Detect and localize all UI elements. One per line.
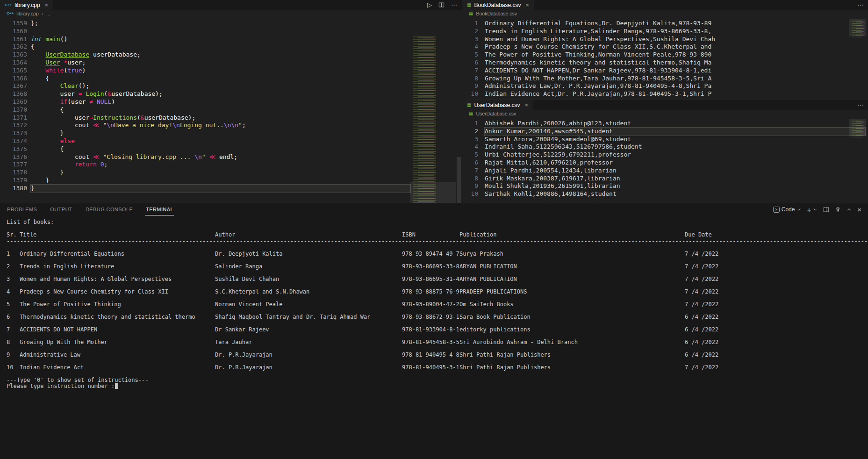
line-number[interactable]: 1366: [0, 75, 31, 83]
line-number[interactable]: 1361: [0, 36, 31, 43]
line-number[interactable]: 9: [462, 82, 478, 90]
line-number[interactable]: 6: [462, 59, 478, 67]
line-number[interactable]: 1: [462, 20, 478, 28]
csv-line[interactable]: 4Indranil Saha,5122596343,5126797586,stu…: [462, 143, 865, 151]
line-number[interactable]: 5: [462, 151, 478, 159]
kill-terminal-icon[interactable]: [835, 207, 841, 213]
code-line[interactable]: 1367 Clear();: [0, 82, 410, 90]
maximize-panel-icon[interactable]: [846, 207, 852, 212]
code-line[interactable]: 1378 }: [0, 169, 410, 177]
code-line[interactable]: 1369 if(user ≠ NULL): [0, 98, 410, 106]
code-line[interactable]: 1368 user = Login(&userDatabase);: [0, 90, 410, 98]
code-line[interactable]: 1361int main(): [0, 36, 410, 43]
line-number[interactable]: 6: [462, 159, 478, 167]
breadcrumb-file[interactable]: BookDatabase.csv: [476, 11, 517, 16]
minimap-slider[interactable]: [849, 19, 866, 36]
line-number[interactable]: 1363: [0, 51, 31, 59]
code-line[interactable]: 1375 {: [0, 145, 410, 153]
code-editor[interactable]: 1Ordinary Differential Equations,Dr. Dee…: [462, 17, 868, 100]
run-button[interactable]: ▷: [427, 2, 432, 8]
breadcrumb[interactable]: C++ library.cpp › …: [0, 10, 462, 17]
minimap[interactable]: [849, 18, 866, 79]
tab-userdatabase-csv[interactable]: ▦ UserDatabase.csv ×: [462, 100, 533, 110]
line-number[interactable]: 5: [462, 51, 478, 59]
line-number[interactable]: 3: [462, 136, 478, 143]
code-line[interactable]: 1377 return 0;: [0, 161, 410, 169]
code-line[interactable]: 1370 {: [0, 106, 410, 114]
breadcrumb-file[interactable]: library.cpp: [16, 11, 39, 16]
csv-line[interactable]: 5The Power of Positive Thinking,Norman V…: [462, 51, 865, 59]
line-number[interactable]: 1377: [0, 161, 31, 169]
panel-tab-output[interactable]: OUTPUT: [50, 203, 73, 215]
csv-line[interactable]: 1Abhishek Pardhi,200026,abhip@123,studen…: [462, 120, 865, 128]
panel-tab-problems[interactable]: PROBLEMS: [7, 203, 37, 215]
csv-line[interactable]: 4Pradeep s New Course Chemistry for Clas…: [462, 43, 865, 51]
code-editor[interactable]: 1359};13601361int main()1362{1363 UserDa…: [0, 17, 462, 203]
more-actions-icon[interactable]: ⋯: [857, 2, 863, 8]
new-terminal-button[interactable]: +: [807, 206, 818, 214]
line-number[interactable]: 8: [462, 175, 478, 183]
line-number[interactable]: 1370: [0, 106, 31, 114]
csv-line[interactable]: 6Thermodynamics kinetic theory and stati…: [462, 59, 865, 67]
csv-line[interactable]: 3Samarth Arora,200849,samadeol@69,studen…: [462, 136, 865, 143]
close-tab-icon[interactable]: ×: [525, 102, 529, 108]
breadcrumb[interactable]: ▦ BookDatabase.csv: [462, 10, 868, 17]
line-number[interactable]: 1369: [0, 98, 31, 106]
minimap[interactable]: [410, 34, 456, 203]
line-number[interactable]: 1375: [0, 145, 31, 153]
code-line[interactable]: 1363 UserDatabase userDatabase;: [0, 51, 410, 59]
line-number[interactable]: 10: [462, 190, 478, 198]
line-number[interactable]: 1362: [0, 43, 31, 51]
line-number[interactable]: 1359: [0, 20, 31, 28]
line-number[interactable]: 8: [462, 75, 478, 83]
csv-line[interactable]: 7Anjali Pardhi,200554,12434,librarian: [462, 167, 865, 175]
csv-line[interactable]: 8Growing Up With The Mother,Tara Jauhar,…: [462, 75, 865, 83]
minimap-slider[interactable]: [410, 182, 456, 203]
line-number[interactable]: 10: [462, 90, 478, 98]
code-line[interactable]: 1362{: [0, 43, 410, 51]
csv-line[interactable]: 7ACCIDENTS DO NOT HAPPEN,Dr Sankar Rajee…: [462, 67, 865, 75]
line-number[interactable]: 1367: [0, 82, 31, 90]
close-panel-icon[interactable]: ×: [857, 206, 861, 213]
line-number[interactable]: 2: [462, 28, 478, 36]
line-number[interactable]: 1365: [0, 67, 31, 75]
code-line[interactable]: 1380}: [0, 185, 410, 193]
breadcrumb-file[interactable]: UserDatabase.csv: [476, 111, 516, 116]
line-number[interactable]: 1374: [0, 137, 31, 145]
line-number[interactable]: 4: [462, 43, 478, 51]
line-number[interactable]: 2: [462, 128, 478, 136]
code-line[interactable]: 1371 user→Instructions(&userDatabase);: [0, 114, 410, 122]
line-number[interactable]: 1379: [0, 177, 31, 185]
panel-tab-terminal[interactable]: TERMINAL: [145, 203, 174, 215]
code-line[interactable]: 1373 }: [0, 129, 410, 137]
code-line[interactable]: 1360: [0, 28, 410, 36]
close-tab-icon[interactable]: ×: [45, 2, 49, 8]
code-line[interactable]: 1376 cout ≪ "Closing library.cpp ... \n"…: [0, 153, 410, 161]
csv-line[interactable]: 9Mouli Shukla,201936,2615991,librarian: [462, 182, 865, 190]
split-terminal-icon[interactable]: [823, 207, 829, 213]
line-number[interactable]: 1: [462, 120, 478, 128]
line-number[interactable]: 1378: [0, 169, 31, 177]
csv-line[interactable]: 5Urbi Chatterjee,512259,6792211,professo…: [462, 151, 865, 159]
more-actions-icon[interactable]: ⋯: [857, 102, 863, 108]
code-line[interactable]: 1366 {: [0, 75, 410, 83]
code-line[interactable]: 1359};: [0, 20, 410, 28]
split-editor-icon[interactable]: [438, 2, 445, 8]
scrollbar[interactable]: [457, 157, 461, 203]
code-line[interactable]: 1379 }: [0, 177, 410, 185]
line-number[interactable]: 1360: [0, 28, 31, 36]
csv-line[interactable]: 2Trends in English Literature,Salinder R…: [462, 28, 865, 36]
csv-line[interactable]: 3Women and Human Rights: A Global Perspe…: [462, 36, 865, 43]
line-number[interactable]: 1380: [0, 185, 31, 193]
minimap[interactable]: [849, 118, 866, 179]
line-number[interactable]: 1364: [0, 59, 31, 67]
close-tab-icon[interactable]: ×: [526, 2, 530, 8]
code-line[interactable]: 1364 User *user;: [0, 59, 410, 67]
line-number[interactable]: 9: [462, 182, 478, 190]
line-number[interactable]: 1373: [0, 129, 31, 137]
code-line[interactable]: 1372 cout ≪ "\nHave a nice day!\nLoging …: [0, 122, 410, 129]
panel-tab-debug-console[interactable]: DEBUG CONSOLE: [85, 203, 133, 215]
line-number[interactable]: 1372: [0, 122, 31, 129]
terminal-profile-button[interactable]: > Code: [773, 206, 802, 213]
csv-line[interactable]: 9Administrative Law,Dr. P.R.Jayarajan,97…: [462, 82, 865, 90]
